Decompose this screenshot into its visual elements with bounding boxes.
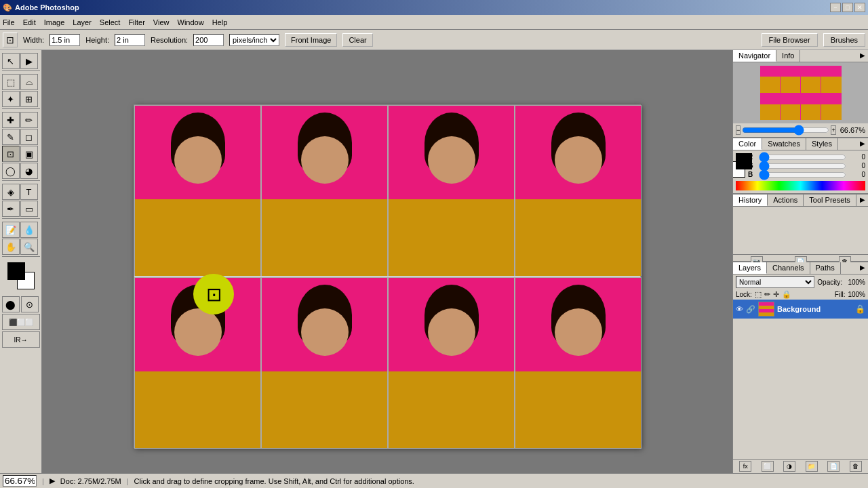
maximize-button[interactable]: □ bbox=[842, 3, 853, 12]
green-slider[interactable] bbox=[759, 163, 846, 169]
width-input[interactable] bbox=[50, 34, 80, 46]
screen-mode-tool[interactable]: ⬛⬜⬜ bbox=[2, 314, 40, 330]
swatches-tab[interactable]: Swatches bbox=[762, 138, 806, 150]
color-spectrum[interactable] bbox=[736, 181, 865, 190]
menu-image[interactable]: Image bbox=[44, 18, 65, 26]
gradient-tool[interactable]: ▣ bbox=[20, 146, 38, 162]
color-content: R 0 G 0 B 0 bbox=[733, 150, 868, 193]
shape-tool[interactable]: ▭ bbox=[20, 201, 38, 217]
layer-group-button[interactable]: 📁 bbox=[806, 461, 818, 472]
blue-slider[interactable] bbox=[759, 171, 846, 178]
notes-tool[interactable]: 📝 bbox=[2, 222, 20, 238]
healing-tool[interactable]: ✚ bbox=[2, 112, 20, 128]
dodge-tool[interactable]: ◯ bbox=[2, 163, 20, 179]
resolution-input[interactable] bbox=[193, 34, 224, 46]
menu-file[interactable]: File bbox=[3, 18, 15, 26]
foreground-color-swatch[interactable] bbox=[736, 153, 752, 169]
tool-options-icon[interactable]: ⊡ bbox=[3, 33, 18, 47]
menu-filter[interactable]: Filter bbox=[128, 18, 144, 26]
tool-presets-tab[interactable]: Tool Presets bbox=[804, 195, 856, 206]
channels-tab[interactable]: Channels bbox=[767, 262, 810, 274]
color-tab[interactable]: Color bbox=[733, 138, 762, 150]
status-zoom-input[interactable] bbox=[3, 475, 37, 487]
layer-styles-button[interactable]: fx bbox=[739, 461, 751, 472]
imageready-tool[interactable]: IR→ bbox=[2, 331, 40, 348]
crop-tool[interactable]: ⊡ bbox=[2, 146, 20, 162]
photo-cell-6 bbox=[261, 277, 388, 449]
navigator-tab[interactable]: Navigator bbox=[733, 50, 776, 62]
pixels-per-select[interactable]: pixels/inch bbox=[229, 34, 279, 46]
layers-tab[interactable]: Layers bbox=[733, 262, 767, 274]
standard-mode-tool[interactable]: ⊙ bbox=[21, 296, 39, 312]
arrow-tool[interactable]: ▶ bbox=[20, 53, 38, 69]
nav-cell-8 bbox=[821, 94, 841, 121]
menu-help[interactable]: Help bbox=[212, 18, 228, 26]
path-tool[interactable]: ◈ bbox=[2, 184, 20, 200]
zoom-out-button[interactable]: − bbox=[736, 125, 741, 135]
height-input[interactable] bbox=[115, 34, 145, 46]
history-tab[interactable]: History bbox=[733, 195, 768, 206]
burn-tool[interactable]: ◕ bbox=[20, 163, 38, 179]
info-tab[interactable]: Info bbox=[776, 50, 800, 62]
close-button[interactable]: ✕ bbox=[854, 3, 865, 12]
layer-visibility-icon[interactable]: 👁 bbox=[736, 305, 743, 313]
clear-button[interactable]: Clear bbox=[342, 33, 372, 47]
eraser-tool[interactable]: ◻ bbox=[20, 129, 38, 145]
layer-thumbnail bbox=[758, 302, 774, 317]
navigator-panel-arrow[interactable]: ▶ bbox=[857, 50, 868, 62]
clone-tool[interactable]: ✎ bbox=[2, 129, 20, 145]
quick-mask-tool[interactable]: ⬤ bbox=[2, 296, 20, 312]
blue-slider-row: B 0 bbox=[748, 171, 865, 178]
nav-cell-6 bbox=[781, 94, 800, 121]
brushes-button[interactable]: Brushes bbox=[823, 33, 865, 47]
slice-tool[interactable]: ⊞ bbox=[20, 91, 38, 107]
paths-tab[interactable]: Paths bbox=[810, 262, 841, 274]
brush-tool[interactable]: ✏ bbox=[20, 112, 38, 128]
lock-position-icon[interactable]: ✛ bbox=[773, 290, 779, 299]
styles-tab[interactable]: Styles bbox=[806, 138, 838, 150]
menu-view[interactable]: View bbox=[153, 18, 170, 26]
layer-item-background[interactable]: 👁 🔗 Background 🔒 bbox=[733, 300, 868, 319]
minimize-button[interactable]: − bbox=[830, 3, 841, 12]
blend-mode-select[interactable]: Normal bbox=[736, 276, 814, 288]
zoom-slider[interactable] bbox=[742, 127, 829, 133]
pen-tool[interactable]: ✒ bbox=[2, 201, 20, 217]
layers-panel: Layers Channels Paths ▶ Normal Opacity: … bbox=[733, 262, 868, 473]
menu-layer[interactable]: Layer bbox=[73, 18, 92, 26]
marquee-tool[interactable]: ⬚ bbox=[2, 74, 20, 90]
hand-tool[interactable]: ✋ bbox=[2, 239, 20, 255]
menu-window[interactable]: Window bbox=[178, 18, 204, 26]
lock-transparent-icon[interactable]: ⬚ bbox=[755, 290, 762, 299]
zoom-in-button[interactable]: + bbox=[831, 125, 835, 135]
lock-all-icon[interactable]: 🔒 bbox=[782, 290, 791, 299]
layer-delete-button[interactable]: 🗑 bbox=[850, 461, 862, 472]
move-tool[interactable]: ↖ bbox=[2, 53, 20, 69]
layer-adjustment-button[interactable]: ◑ bbox=[783, 461, 795, 472]
foreground-color[interactable] bbox=[7, 262, 25, 280]
actions-tab[interactable]: Actions bbox=[768, 195, 804, 206]
photo-cell-4 bbox=[515, 105, 642, 277]
menu-select[interactable]: Select bbox=[100, 18, 121, 26]
lock-row: Lock: ⬚ ✏ ✛ 🔒 Fill: 100% bbox=[733, 289, 868, 300]
red-slider[interactable] bbox=[759, 154, 846, 161]
left-toolbar: ↖ ▶ ⬚ ⌓ ✦ ⊞ ✚ ✏ ✎ ◻ ⊡ ▣ ◯ ◕ ◈ T ✒ ▭ bbox=[0, 50, 42, 473]
lasso-tool[interactable]: ⌓ bbox=[20, 74, 38, 90]
lock-image-icon[interactable]: ✏ bbox=[764, 290, 770, 299]
color-panel-arrow[interactable]: ▶ bbox=[857, 138, 868, 150]
layers-content: 👁 🔗 Background 🔒 bbox=[733, 300, 868, 459]
text-tool[interactable]: T bbox=[20, 184, 38, 200]
magic-wand-tool[interactable]: ✦ bbox=[2, 91, 20, 107]
layer-new-button[interactable]: 📄 bbox=[827, 461, 840, 472]
status-divider: | bbox=[42, 477, 44, 485]
history-panel: History Actions Tool Presets ▶ 📷 📄 🗑 bbox=[733, 195, 868, 262]
file-browser-button[interactable]: File Browser bbox=[762, 33, 818, 47]
front-image-button[interactable]: Front Image bbox=[285, 33, 337, 47]
layer-mask-button[interactable]: ⬜ bbox=[762, 461, 774, 472]
menu-bar: File Edit Image Layer Select Filter View… bbox=[0, 15, 868, 30]
menu-edit[interactable]: Edit bbox=[23, 18, 36, 26]
eyedropper-tool[interactable]: 💧 bbox=[20, 222, 38, 238]
layers-panel-arrow[interactable]: ▶ bbox=[857, 262, 868, 274]
canvas-area[interactable]: ⊡ bbox=[42, 50, 732, 473]
history-panel-arrow[interactable]: ▶ bbox=[857, 195, 868, 206]
zoom-tool[interactable]: 🔍 bbox=[20, 239, 38, 255]
